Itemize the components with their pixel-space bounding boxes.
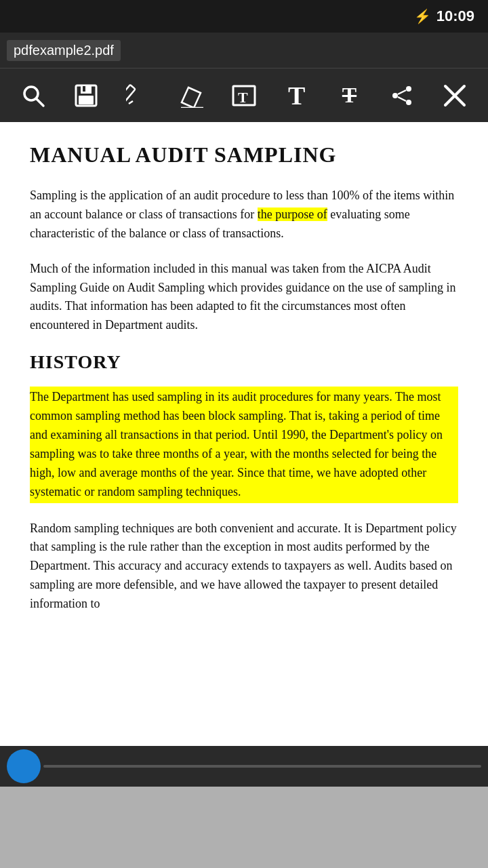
scroll-thumb[interactable]: [7, 749, 41, 783]
scroll-track[interactable]: [43, 765, 481, 768]
svg-line-7: [129, 101, 133, 104]
eraser-button[interactable]: [172, 77, 210, 115]
page-title: MANUAL AUDIT SAMPLING: [30, 142, 458, 167]
status-bar: ⚡ 10:09: [0, 0, 488, 33]
close-button[interactable]: [436, 77, 474, 115]
svg-marker-8: [182, 87, 201, 108]
text-strikethrough-button[interactable]: T: [330, 77, 368, 115]
bottom-gray-area: [0, 787, 488, 868]
svg-point-12: [406, 86, 411, 92]
history-section-title: HISTORY: [30, 351, 458, 373]
battery-icon: ⚡: [414, 8, 431, 24]
save-button[interactable]: [67, 77, 105, 115]
highlighted-phrase: the purpose of: [258, 208, 327, 221]
text-large-button[interactable]: T: [278, 77, 316, 115]
svg-line-16: [398, 97, 406, 101]
history-highlighted-paragraph: The Department has used sampling in its …: [30, 387, 458, 502]
intro-paragraph-2: Much of the information included in this…: [30, 260, 458, 336]
edit-pencil-button[interactable]: [119, 77, 157, 115]
svg-rect-5: [83, 86, 85, 92]
search-button[interactable]: [14, 77, 52, 115]
pdf-content-area: MANUAL AUDIT SAMPLING Sampling is the ap…: [0, 122, 488, 746]
text-box-button[interactable]: T: [225, 77, 263, 115]
svg-point-13: [392, 93, 398, 98]
share-button[interactable]: [383, 77, 421, 115]
scrollbar-area[interactable]: [0, 746, 488, 787]
svg-line-15: [398, 90, 406, 94]
svg-rect-4: [79, 96, 94, 104]
svg-rect-3: [81, 85, 92, 94]
svg-text:T: T: [238, 89, 248, 106]
toolbar: T T T: [0, 68, 488, 122]
svg-point-14: [406, 100, 411, 105]
file-name-label: pdfexample2.pdf: [7, 40, 121, 61]
svg-rect-6: [126, 85, 136, 104]
random-sampling-paragraph: Random sampling techniques are both conv…: [30, 519, 458, 614]
intro-paragraph-1: Sampling is the application of an audit …: [30, 186, 458, 243]
text-large-icon: T: [288, 81, 305, 111]
title-bar: pdfexample2.pdf: [0, 33, 488, 68]
svg-line-1: [37, 99, 43, 106]
text-strikethrough-icon: T: [342, 83, 357, 108]
time-display: 10:09: [436, 7, 474, 25]
